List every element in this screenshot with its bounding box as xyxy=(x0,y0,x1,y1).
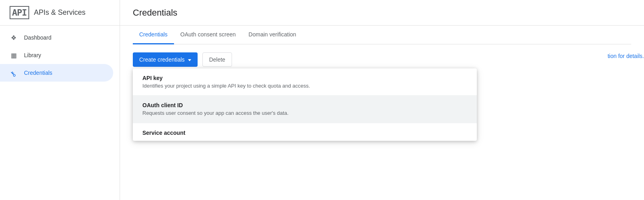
api-key-title: API key xyxy=(142,75,467,81)
tab-domain[interactable]: Domain verification xyxy=(242,26,302,44)
page-title: Credentials xyxy=(133,8,177,18)
toolbar: Create credentials Delete API key Identi… xyxy=(133,44,631,67)
sidebar-header: API APIs & Services xyxy=(0,0,120,26)
library-icon: ▦ xyxy=(10,51,18,59)
tab-oauth[interactable]: OAuth consent screen xyxy=(174,26,242,44)
tab-credentials[interactable]: Credentials xyxy=(133,26,174,44)
credentials-icon: ⚷ xyxy=(8,67,19,78)
dropdown-item-api-key[interactable]: API key Identifies your project using a … xyxy=(133,68,477,96)
dropdown-item-service-account[interactable]: Service account xyxy=(133,123,477,141)
service-account-title: Service account xyxy=(142,130,467,136)
main-body: Credentials OAuth consent screen Domain … xyxy=(120,26,644,200)
sidebar-item-credentials-label: Credentials xyxy=(24,70,52,76)
sidebar: API APIs & Services ❖ Dashboard ▦ Librar… xyxy=(0,0,120,200)
create-credentials-dropdown: API key Identifies your project using a … xyxy=(133,68,477,141)
api-logo: API xyxy=(10,6,29,19)
dropdown-item-oauth-client-id[interactable]: OAuth client ID Requests user consent so… xyxy=(133,96,477,123)
oauth-client-id-desc: Requests user consent so your app can ac… xyxy=(142,110,467,116)
main-header: Credentials xyxy=(120,0,644,26)
chevron-down-icon xyxy=(188,59,191,61)
sidebar-item-library-label: Library xyxy=(24,52,41,58)
sidebar-item-credentials[interactable]: ⚷ Credentials xyxy=(0,64,113,82)
oauth-client-id-title: OAuth client ID xyxy=(142,102,467,108)
sidebar-nav: ❖ Dashboard ▦ Library ⚷ Credentials xyxy=(0,26,120,82)
dashboard-icon: ❖ xyxy=(10,34,18,42)
sidebar-title: APIs & Services xyxy=(34,8,86,17)
api-key-desc: Identifies your project using a simple A… xyxy=(142,83,467,89)
sidebar-item-dashboard[interactable]: ❖ Dashboard xyxy=(0,29,113,46)
create-credentials-label: Create credentials xyxy=(139,56,185,63)
main-content: Credentials Credentials OAuth consent sc… xyxy=(120,0,644,200)
sidebar-item-dashboard-label: Dashboard xyxy=(24,34,52,41)
sidebar-item-library[interactable]: ▦ Library xyxy=(0,46,113,64)
delete-button[interactable]: Delete xyxy=(202,52,232,67)
create-credentials-button[interactable]: Create credentials xyxy=(133,52,198,67)
tabs-bar: Credentials OAuth consent screen Domain … xyxy=(133,26,631,44)
info-link[interactable]: tion for details. xyxy=(608,53,644,59)
